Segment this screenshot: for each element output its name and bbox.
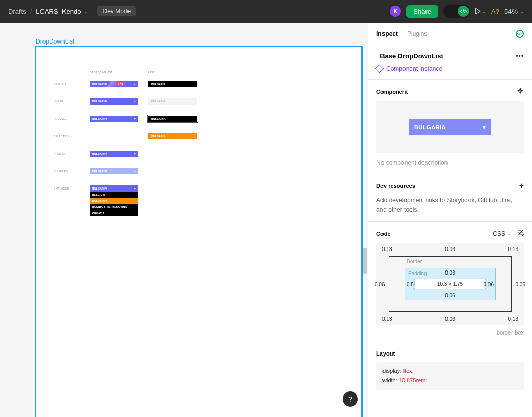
list-default[interactable]: Bulgaria: [148, 81, 197, 87]
chevron-down-icon: ▾: [483, 124, 486, 131]
border-label: Border: [407, 259, 422, 264]
inspect-panel: Inspect Plugins </> _Base DropDownList •…: [368, 23, 532, 417]
chevron-down-icon: ▾: [134, 152, 136, 155]
box-model-diagram: Border 0.13 0.06 0.13 0.06 0.06 0.13 0.0…: [376, 243, 524, 325]
dropdown-default[interactable]: Bulgaria 5.56 ▾: [90, 81, 138, 87]
dropdown-hover[interactable]: Bulgaria▾: [90, 98, 138, 105]
missing-fonts-icon[interactable]: A?: [491, 8, 499, 15]
chevron-down-icon: ▾: [134, 100, 136, 103]
dropdown-expanded[interactable]: Bulgaria▾ Belgium Bulgaria Bosnia & Herz…: [90, 185, 138, 216]
row-label: Disabled: [54, 168, 90, 173]
row-label: Invalid: [54, 151, 90, 155]
frame-label[interactable]: DropDownList: [36, 38, 74, 45]
row-label: Selected: [54, 133, 90, 138]
avatar[interactable]: K: [390, 6, 401, 17]
scrollbar-thumb[interactable]: [363, 248, 367, 274]
column-header: List: [148, 71, 207, 74]
drafts-link[interactable]: Drafts: [8, 8, 26, 15]
topbar: Drafts / LCARS_Kendo ⌄ Dev Mode K Share …: [0, 0, 532, 23]
row-label: Expanded: [54, 185, 90, 190]
file-name[interactable]: LCARS_Kendo ⌄: [36, 8, 88, 15]
tab-inspect[interactable]: Inspect: [376, 24, 398, 44]
breadcrumb: Drafts / LCARS_Kendo ⌄ Dev Mode: [8, 6, 136, 16]
box-sizing-label: border-box: [376, 329, 524, 336]
panel-tabs: Inspect Plugins </>: [368, 23, 532, 45]
row-label: Default: [54, 81, 90, 86]
measurement-badge: 5.56: [116, 82, 125, 86]
dev-mode-toggle[interactable]: </>: [443, 5, 470, 18]
dev-resources-hint: Add development links to Storybook, GitH…: [376, 196, 524, 214]
instance-icon: [375, 65, 384, 73]
list-hover[interactable]: Bulgaria: [148, 98, 197, 105]
chevron-down-icon: ▾: [134, 82, 136, 86]
chevron-down-icon: ⌄: [520, 9, 524, 14]
canvas[interactable]: DropDownList DropDownList List Default B…: [0, 23, 368, 417]
layout-section-title: Layout: [376, 350, 395, 357]
topbar-right: K Share </> ⌄ A? 54% ⌄: [390, 5, 524, 18]
chevron-down-icon: ▾: [134, 187, 136, 190]
svg-point-2: [522, 234, 524, 236]
padding-label: Padding: [408, 270, 427, 276]
selected-frame[interactable]: DropDownList List Default Bulgaria 5.56 …: [35, 46, 363, 417]
dev-resources-title: Dev resources: [376, 183, 415, 189]
list-focused[interactable]: Bulgaria: [148, 116, 197, 122]
svg-point-0: [521, 230, 523, 232]
list-selected[interactable]: Bulgaria: [148, 133, 197, 139]
help-button[interactable]: ?: [343, 391, 358, 407]
component-instance-link[interactable]: Component instance: [376, 65, 524, 72]
row-label: Focused: [54, 116, 90, 120]
component-section-title: Component: [376, 89, 408, 95]
chevron-down-icon: ▾: [134, 170, 136, 173]
share-button[interactable]: Share: [406, 5, 438, 18]
dev-mode-badge[interactable]: Dev Mode: [97, 6, 136, 16]
chevron-down-icon[interactable]: ⌄: [84, 9, 88, 14]
zoom-control[interactable]: 54% ⌄: [504, 8, 524, 15]
list-item[interactable]: Belgium: [90, 192, 138, 198]
code-settings-icon[interactable]: [517, 229, 524, 238]
tab-plugins[interactable]: Plugins: [407, 24, 427, 44]
component-preview: Bulgaria ▾: [376, 101, 524, 153]
dropdown-invalid[interactable]: Bulgaria▾: [90, 151, 138, 157]
list-item[interactable]: Bulgaria: [90, 198, 138, 204]
svg-point-1: [519, 232, 521, 234]
component-description: No component description: [376, 159, 524, 166]
dev-status-icon[interactable]: </>: [516, 30, 524, 38]
chevron-down-icon: ▾: [134, 117, 136, 120]
chevron-down-icon: ⌄: [507, 231, 512, 236]
dropdown-disabled: Bulgaria▾: [90, 168, 138, 174]
chevron-down-icon[interactable]: ⌄: [482, 9, 486, 14]
play-button[interactable]: ⌄: [475, 8, 486, 14]
more-icon[interactable]: •••: [516, 53, 524, 60]
row-label: Hover: [54, 98, 90, 103]
column-header: DropDownList: [90, 71, 148, 74]
code-section-title: Code: [376, 231, 391, 237]
list-item[interactable]: Croatia: [90, 210, 138, 216]
code-icon: </>: [458, 6, 469, 17]
dropdown-focused[interactable]: Bulgaria▾: [90, 116, 138, 122]
breadcrumb-separator: /: [30, 8, 32, 15]
preview-dropdown: Bulgaria ▾: [409, 119, 491, 135]
css-code-block[interactable]: display: flex; width: 10.875rem;: [376, 362, 524, 390]
component-config-icon[interactable]: [517, 87, 524, 96]
dropdown-selected[interactable]: Bulgaria: [90, 133, 138, 139]
selection-title: _Base DropDownList: [376, 52, 443, 60]
content-size: 10.3 × 1.75: [414, 279, 486, 289]
list-item[interactable]: Bosnia & Herzegovina: [90, 204, 138, 210]
add-resource-button[interactable]: +: [519, 181, 524, 191]
code-language-select[interactable]: CSS ⌄: [493, 230, 512, 237]
